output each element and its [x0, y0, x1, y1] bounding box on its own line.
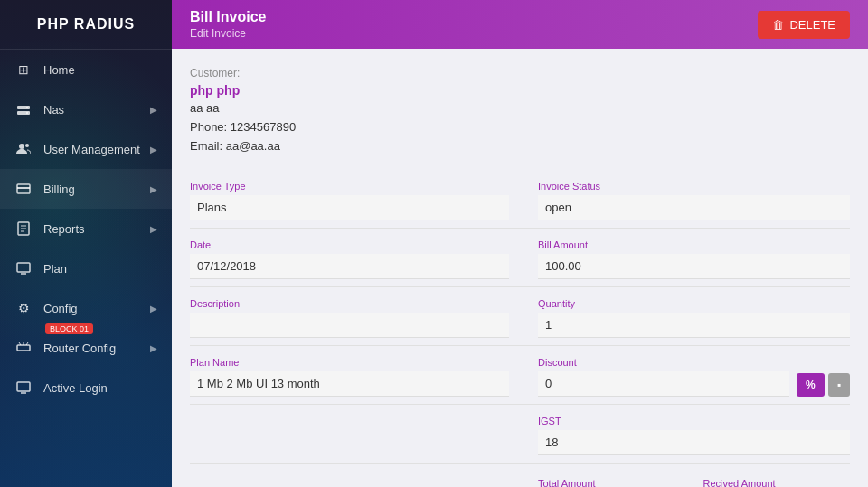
igst-label: IGST — [538, 416, 850, 426]
discount-field: Discount % ▪ — [520, 350, 850, 405]
invoice-type-input[interactable] — [190, 195, 509, 220]
delete-button[interactable]: 🗑 DELETE — [758, 11, 850, 39]
empty-left-2 — [190, 467, 520, 487]
svg-rect-7 — [17, 187, 30, 189]
sidebar-item-plan[interactable]: Plan — [0, 248, 172, 288]
billing-icon — [14, 180, 33, 198]
invoice-type-label: Invoice Type — [190, 181, 509, 192]
description-input[interactable] — [190, 313, 509, 338]
flat-button[interactable]: ▪ — [828, 373, 850, 397]
empty-left-field — [190, 408, 520, 464]
discount-row: % ▪ — [538, 371, 850, 397]
igst-input[interactable] — [538, 430, 850, 455]
sidebar-item-billing[interactable]: Billing ▶ — [0, 169, 172, 209]
page-subtitle: Edit Invoice — [190, 27, 266, 40]
discount-label: Discount — [538, 357, 850, 368]
sidebar-item-label: Nas — [43, 103, 150, 117]
sidebar-item-home[interactable]: ⊞ Home — [0, 50, 172, 89]
chevron-right-icon: ▶ — [150, 105, 157, 115]
description-field: Description — [190, 291, 520, 346]
quantity-label: Quantity — [538, 298, 850, 309]
svg-rect-18 — [17, 382, 30, 391]
page-header: Bill Invoice Edit Invoice 🗑 DELETE — [172, 0, 868, 49]
date-field: Date — [190, 232, 520, 287]
plan-name-label: Plan Name — [190, 357, 509, 368]
chevron-right-icon: ▶ — [150, 343, 157, 353]
igst-field: IGST — [520, 408, 850, 464]
sidebar-item-active-login[interactable]: Active Login — [0, 368, 172, 407]
customer-alias: aa aa — [190, 99, 850, 118]
customer-label: Customer: — [190, 67, 850, 80]
reports-icon — [14, 220, 33, 238]
plan-name-field: Plan Name — [190, 350, 520, 405]
svg-rect-12 — [17, 263, 30, 272]
customer-name: php php — [190, 83, 850, 98]
chevron-right-icon: ▶ — [150, 145, 157, 155]
svg-point-5 — [25, 144, 29, 147]
sidebar-item-label: Router Config — [43, 342, 150, 355]
sidebar-item-label: User Management — [43, 143, 150, 156]
discount-buttons: % ▪ — [797, 373, 850, 397]
sidebar-item-label: Billing — [43, 183, 150, 196]
nas-icon — [14, 100, 33, 118]
received-amount-field: Recived Amount — [703, 478, 851, 487]
sidebar-item-label: Plan — [43, 262, 157, 276]
config-icon: ⚙ — [14, 299, 33, 317]
header-text: Bill Invoice Edit Invoice — [190, 9, 266, 40]
invoice-content: Customer: php php aa aa Phone: 123456789… — [172, 49, 868, 487]
percent-button[interactable]: % — [797, 373, 825, 397]
svg-point-2 — [26, 107, 28, 108]
plan-name-input[interactable] — [190, 371, 509, 397]
sidebar-item-label: Active Login — [43, 381, 157, 395]
date-input[interactable] — [190, 254, 509, 279]
sidebar-item-label: Home — [43, 63, 157, 77]
received-amount-label: Recived Amount — [703, 478, 851, 487]
sidebar: PHP RADIUS ⊞ Home Nas ▶ User Management … — [0, 0, 172, 487]
invoice-status-label: Invoice Status — [538, 181, 850, 192]
chevron-right-icon: ▶ — [150, 304, 157, 314]
bill-amount-input[interactable] — [538, 254, 850, 279]
users-icon — [14, 140, 33, 158]
discount-input-wrap — [538, 371, 789, 397]
active-login-icon — [14, 379, 33, 397]
trash-icon: 🗑 — [772, 18, 784, 32]
home-icon: ⊞ — [14, 61, 33, 79]
total-amount-label: Total Amount — [538, 478, 685, 487]
sidebar-item-nas[interactable]: Nas ▶ — [0, 89, 172, 129]
sidebar-item-label: Config — [43, 302, 150, 315]
svg-point-4 — [19, 144, 24, 149]
amounts-row: Total Amount Recived Amount — [538, 478, 850, 487]
svg-point-3 — [26, 112, 28, 114]
svg-rect-14 — [17, 345, 30, 351]
router-icon — [14, 339, 33, 357]
invoice-type-field: Invoice Type — [190, 173, 520, 229]
page-title: Bill Invoice — [190, 9, 266, 25]
customer-email: Email: aa@aa.aa — [190, 137, 850, 156]
bill-amount-field: Bill Amount — [520, 232, 850, 287]
sidebar-item-config[interactable]: ⚙ Config ▶ — [0, 288, 172, 328]
sidebar-item-label: Reports — [43, 222, 150, 236]
quantity-input[interactable] — [538, 313, 850, 338]
sidebar-logo: PHP RADIUS — [0, 0, 172, 50]
invoice-status-input[interactable] — [538, 195, 850, 220]
bill-amount-label: Bill Amount — [538, 239, 850, 250]
invoice-status-field: Invoice Status — [520, 173, 850, 229]
quantity-field: Quantity — [520, 291, 850, 346]
chevron-right-icon: ▶ — [150, 224, 157, 234]
customer-phone: Phone: 1234567890 — [190, 118, 850, 137]
main-content: Bill Invoice Edit Invoice 🗑 DELETE Custo… — [172, 0, 868, 487]
description-label: Description — [190, 298, 509, 309]
invoice-form: Invoice Type Invoice Status Date Bill Am… — [190, 173, 850, 487]
amounts-field: Total Amount Recived Amount — [520, 467, 850, 487]
sidebar-item-reports[interactable]: Reports ▶ — [0, 209, 172, 248]
discount-input[interactable] — [538, 371, 789, 397]
sidebar-item-user-management[interactable]: User Management ▶ — [0, 129, 172, 169]
chevron-right-icon: ▶ — [150, 184, 157, 194]
date-label: Date — [190, 239, 509, 250]
customer-section: Customer: php php aa aa Phone: 123456789… — [190, 67, 850, 155]
total-amount-field: Total Amount — [538, 478, 685, 487]
plan-icon — [14, 259, 33, 277]
